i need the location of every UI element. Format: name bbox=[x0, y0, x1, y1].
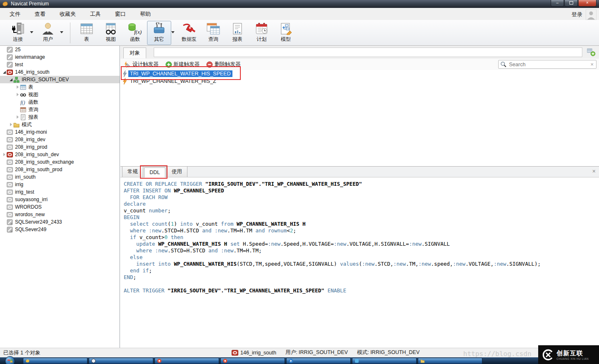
toolbar-tables-button[interactable]: 表 bbox=[75, 21, 99, 45]
tab-ddl[interactable]: DDL bbox=[144, 167, 165, 177]
restore-button[interactable] bbox=[564, 0, 578, 7]
toolbar-connection-button[interactable]: 连接 bbox=[6, 21, 30, 45]
expand-arrow-icon[interactable] bbox=[15, 85, 20, 89]
tree-item-label: 208_irrig_souh_dev bbox=[15, 151, 59, 158]
tree-item-label: IRRIG_SOUTH_DEV bbox=[22, 76, 69, 83]
tab-general[interactable]: 常规 bbox=[122, 166, 143, 177]
taskbar-app-6[interactable] bbox=[352, 358, 417, 364]
chevron-down-icon[interactable] bbox=[60, 31, 63, 33]
tree-item-label: 模式 bbox=[22, 121, 32, 128]
tree-item-conn-sqlserver249-2433[interactable]: SQLServer249_2433 bbox=[0, 218, 120, 226]
svg-text:f(): f() bbox=[20, 100, 25, 105]
brand-name: 创新互联 bbox=[557, 349, 589, 357]
tree-item-node-schemas[interactable]: 模式 bbox=[0, 121, 120, 128]
minimize-button[interactable]: – bbox=[551, 0, 564, 7]
tree-item-conn-suoyasong-irri[interactable]: suoyasong_irri bbox=[0, 196, 120, 203]
trigger-row[interactable]: TRI_WP_CHANNEL_WATER_HIS_SPEED bbox=[122, 70, 599, 77]
search-clear-icon[interactable]: × bbox=[588, 61, 596, 67]
start-button[interactable] bbox=[5, 356, 15, 364]
toolbar-others-button[interactable]: 其它 bbox=[147, 21, 171, 45]
sql-line: AFTER INSERT ON WP_CHANNEL_SPEED bbox=[124, 187, 599, 194]
expand-arrow-icon[interactable] bbox=[8, 78, 13, 81]
menu-window[interactable]: 窗口 bbox=[108, 9, 133, 20]
trigger-action-row: 设计触发器新建触发器删除触发器 × bbox=[120, 59, 599, 70]
tree-item-node-reports[interactable]: 报表 bbox=[0, 113, 120, 121]
expand-arrow-icon[interactable] bbox=[15, 93, 20, 96]
expand-arrow-icon[interactable] bbox=[2, 71, 7, 74]
taskbar-app-2[interactable] bbox=[89, 358, 153, 364]
taskbar-app-1[interactable] bbox=[23, 358, 87, 364]
tree-item-conn-208-irrig-south-exchange[interactable]: 208_irrig_south_exchange bbox=[0, 158, 120, 166]
tab-objects[interactable]: 对象 bbox=[123, 47, 146, 58]
tree-item-conn-208-irrig-souh-dev[interactable]: 208_irrig_souh_dev bbox=[0, 151, 120, 158]
tree-item-conn-ienvirmanage[interactable]: ienvirmanage bbox=[0, 53, 120, 61]
design-trigger-button[interactable]: 设计触发器 bbox=[124, 61, 159, 68]
tree-item-conn-146-irrig-moni[interactable]: 146_irrig-moni bbox=[0, 128, 120, 136]
tree-item-conn-146-irrig-south[interactable]: 146_irrig_south bbox=[0, 68, 120, 76]
expand-arrow-icon[interactable] bbox=[8, 123, 13, 126]
delete-trigger-button[interactable]: 删除触发器 bbox=[206, 61, 241, 68]
chevron-down-icon[interactable] bbox=[171, 31, 175, 33]
toolbar-views-button[interactable]: 视图 bbox=[99, 21, 123, 45]
tree-item-conn-test[interactable]: test bbox=[0, 61, 120, 68]
tree-item-conn-25[interactable]: 25 bbox=[0, 46, 120, 53]
toolbar-schedule-button[interactable]: 计划 bbox=[250, 21, 274, 45]
expand-arrow-icon[interactable] bbox=[15, 115, 20, 119]
avatar[interactable] bbox=[586, 9, 597, 20]
taskbar-app-7[interactable] bbox=[418, 358, 482, 364]
chevron-down-icon[interactable] bbox=[30, 31, 33, 33]
trigger-row[interactable]: TRI_WP_CHANNEL_WATER_HIS_Z bbox=[122, 77, 599, 85]
taskbar-app-3[interactable] bbox=[155, 358, 219, 364]
conn-gray-icon bbox=[7, 54, 13, 60]
oracle-red-icon bbox=[7, 69, 13, 75]
tree-item-conn-irri-south[interactable]: irri_south bbox=[0, 173, 120, 181]
tree-item-node-views[interactable]: 视图 bbox=[0, 91, 120, 98]
toolbar-datapump-button[interactable]: 数据泵 bbox=[177, 21, 201, 45]
tree-item-conn-208-irrig-south-prod[interactable]: 208_irrig_south_prod bbox=[0, 166, 120, 173]
tree-item-conn-sqlsever249[interactable]: SQLSever249 bbox=[0, 226, 120, 233]
new-object-button[interactable] bbox=[587, 48, 596, 56]
app-orange-icon bbox=[25, 359, 30, 363]
tab-usage[interactable]: 使用 bbox=[166, 166, 187, 177]
menu-tools[interactable]: 工具 bbox=[83, 9, 108, 20]
search-input[interactable] bbox=[508, 60, 588, 68]
menu-favorites[interactable]: 收藏夹 bbox=[52, 9, 83, 20]
oracle-connection-icon bbox=[232, 349, 238, 356]
new-trigger-label: 新建触发器 bbox=[174, 61, 200, 68]
menu-view[interactable]: 查看 bbox=[27, 9, 52, 20]
toolbar-query-label: 查询 bbox=[208, 36, 218, 43]
toolbar-query-button[interactable]: 查询 bbox=[201, 21, 225, 45]
new-trigger-button[interactable]: 新建触发器 bbox=[165, 61, 200, 68]
model-icon bbox=[279, 22, 293, 35]
tree-item-node-tables[interactable]: 表 bbox=[0, 83, 120, 91]
toolbar-functions-button[interactable]: f(x)函数 bbox=[123, 21, 147, 45]
tree-item-conn-wrordos[interactable]: WRORDOS bbox=[0, 203, 120, 211]
login-button[interactable]: 登录 bbox=[572, 11, 582, 18]
expand-arrow-icon[interactable] bbox=[2, 153, 7, 156]
tree-item-conn-irrig-test[interactable]: irrig_test bbox=[0, 188, 120, 196]
tree-item-conn-irrig[interactable]: irrig bbox=[0, 181, 120, 188]
search-box[interactable]: × bbox=[498, 60, 597, 69]
tree-item-conn-wrordos-new[interactable]: wrordos_new bbox=[0, 211, 120, 218]
toolbar-datapump-label: 数据泵 bbox=[182, 36, 197, 43]
connection-tree: 25ienvirmanagetest146_irrig_southIRRIG_S… bbox=[0, 46, 120, 348]
close-button[interactable]: × bbox=[578, 0, 597, 7]
toolbar-model-button[interactable]: 模型 bbox=[274, 21, 298, 45]
objects-panel: 对象 设计触发器新建触发器删除触发器 × TRI_WP_CHANNEL_WATE… bbox=[120, 46, 599, 348]
app-folder-icon bbox=[420, 359, 425, 363]
connection-icon bbox=[11, 22, 25, 35]
tree-item-node-functions[interactable]: f()函数 bbox=[0, 98, 120, 106]
tree-item-conn-208-irrig-prod[interactable]: 208_irrig_prod bbox=[0, 143, 120, 151]
menu-help[interactable]: 帮助 bbox=[133, 9, 158, 20]
detail-close-icon[interactable]: × bbox=[592, 168, 596, 174]
toolbar-user-button[interactable]: 用户 bbox=[36, 21, 60, 45]
taskbar-app-4[interactable] bbox=[220, 358, 285, 364]
tree-item-node-queries[interactable]: 查询 bbox=[0, 106, 120, 113]
sql-line: end if; bbox=[124, 267, 599, 274]
toolbar-report-button[interactable]: 报表 bbox=[225, 21, 250, 45]
taskbar-app-5[interactable] bbox=[286, 358, 351, 364]
tree-item-schema-irrig-south-dev[interactable]: IRRIG_SOUTH_DEV bbox=[0, 76, 120, 83]
tree-item-conn-208-irrig-dev[interactable]: 208_irrig_dev bbox=[0, 136, 120, 143]
menu-file[interactable]: 文件 bbox=[2, 9, 27, 20]
sql-line: CREATE OR REPLACE TRIGGER "IRRIG_SOUTH_D… bbox=[124, 181, 599, 187]
